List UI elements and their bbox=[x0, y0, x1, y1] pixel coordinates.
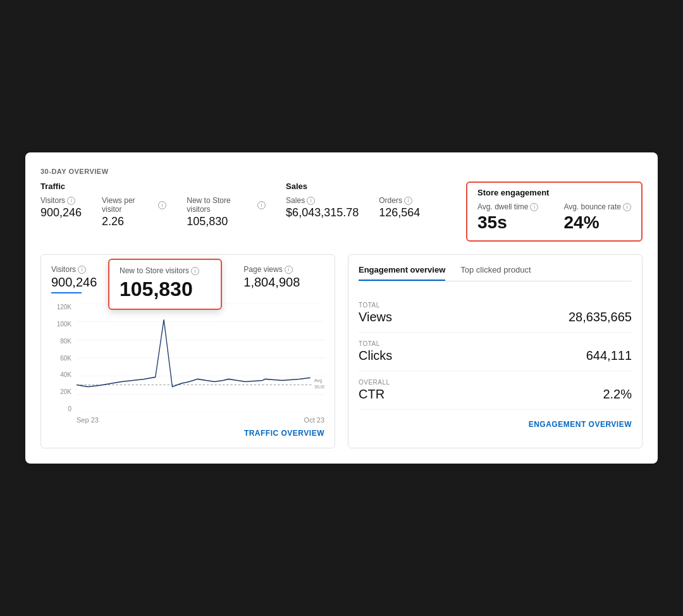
visitors-label: Visitors i bbox=[40, 196, 82, 205]
sales-group: Sales Sales i $6,043,315.78 Orders i bbox=[286, 182, 466, 219]
overview-label: 30-DAY OVERVIEW bbox=[40, 168, 643, 175]
sales-info-icon[interactable]: i bbox=[307, 197, 315, 205]
store-engagement-title: Store engagement bbox=[477, 188, 631, 197]
panel-pageviews-label: Page views i bbox=[243, 265, 300, 274]
chart-area: 0 20K 40K 60K 80K 100K 120K bbox=[51, 304, 324, 424]
orders-value: 126,564 bbox=[379, 206, 420, 219]
traffic-group: Traffic Visitors i 900,246 Views per vis… bbox=[40, 182, 266, 228]
tab-engagement-overview[interactable]: Engagement overview bbox=[359, 265, 445, 281]
sales-metric: Sales i $6,043,315.78 bbox=[286, 196, 359, 219]
orders-metric: Orders i 126,564 bbox=[379, 196, 420, 219]
views-main-label: Views bbox=[359, 310, 392, 324]
bottom-section: Visitors i 900,246 New to Store visitors… bbox=[40, 254, 643, 448]
tab-top-clicked-product[interactable]: Top clicked product bbox=[460, 265, 531, 281]
avg-dwell-time-value: 35s bbox=[477, 213, 538, 233]
visitors-underline bbox=[51, 292, 82, 293]
views-engagement-row: TOTAL Views 28,635,665 bbox=[359, 294, 632, 333]
orders-label: Orders i bbox=[379, 196, 420, 205]
ctr-engagement-label: OVERALL CTR bbox=[359, 379, 390, 402]
views-per-visitor-info-icon[interactable]: i bbox=[158, 201, 166, 209]
ctr-engagement-row: OVERALL CTR 2.2% bbox=[359, 371, 632, 410]
svg-text:30,008.2: 30,008.2 bbox=[314, 383, 324, 390]
popup-value: 105,830 bbox=[120, 278, 211, 301]
overview-metrics: Traffic Visitors i 900,246 Views per vis… bbox=[40, 182, 643, 242]
engagement-tab-row: Engagement overview Top clicked product bbox=[359, 265, 632, 281]
traffic-metrics-row: Visitors i 900,246 Views per visitor i 2… bbox=[40, 196, 266, 228]
avg-bounce-rate-label: Avg. bounce rate i bbox=[563, 202, 631, 211]
engagement-overview-link[interactable]: ENGAGEMENT OVERVIEW bbox=[359, 420, 632, 429]
ctr-sublabel: OVERALL bbox=[359, 379, 390, 386]
orders-info-icon[interactable]: i bbox=[404, 197, 412, 205]
panel-visitors-label: Visitors i bbox=[51, 265, 97, 274]
views-per-visitor-value: 2.26 bbox=[102, 215, 166, 228]
clicks-engagement-value: 644,111 bbox=[586, 348, 632, 363]
dashboard-card: 30-DAY OVERVIEW Traffic Visitors i 900,2… bbox=[25, 152, 658, 464]
overview-section: 30-DAY OVERVIEW Traffic Visitors i 900,2… bbox=[40, 168, 643, 242]
panel-pageviews-metric: Page views i 1,804,908 bbox=[243, 265, 300, 293]
engagement-panel: Engagement overview Top clicked product … bbox=[348, 254, 643, 448]
avg-bounce-rate-metric: Avg. bounce rate i 24% bbox=[563, 202, 631, 233]
clicks-engagement-label: TOTAL Clicks bbox=[359, 340, 392, 363]
avg-bounce-rate-info-icon[interactable]: i bbox=[623, 203, 631, 211]
popup-label: New to Store visitors i bbox=[120, 266, 211, 275]
views-per-visitor-metric: Views per visitor i 2.26 bbox=[102, 196, 166, 228]
traffic-top-metrics: Visitors i 900,246 New to Store visitors… bbox=[51, 265, 324, 293]
store-engagement-metrics-row: Avg. dwell time i 35s Avg. bounce rate i… bbox=[477, 202, 631, 233]
avg-dwell-time-info-icon[interactable]: i bbox=[530, 203, 538, 211]
views-sublabel: TOTAL bbox=[359, 302, 392, 309]
views-engagement-label: TOTAL Views bbox=[359, 302, 392, 324]
store-engagement-group: Store engagement Avg. dwell time i 35s A… bbox=[466, 182, 643, 242]
sales-title: Sales bbox=[286, 182, 466, 191]
panel-visitors-info-icon[interactable]: i bbox=[78, 266, 86, 274]
new-to-store-metric: New to Store visitors i 105,830 bbox=[187, 196, 266, 228]
y-axis: 0 20K 40K 60K 80K 100K 120K bbox=[51, 304, 74, 412]
ctr-main-label: CTR bbox=[359, 387, 390, 402]
sales-metrics-row: Sales i $6,043,315.78 Orders i 126,564 bbox=[286, 196, 466, 219]
traffic-panel: Visitors i 900,246 New to Store visitors… bbox=[40, 254, 335, 448]
panel-visitors-value: 900,246 bbox=[51, 275, 97, 290]
clicks-main-label: Clicks bbox=[359, 348, 392, 363]
panel-pageviews-info-icon[interactable]: i bbox=[285, 266, 293, 274]
traffic-title: Traffic bbox=[40, 182, 266, 191]
popup-info-icon[interactable]: i bbox=[191, 267, 199, 275]
avg-dwell-time-metric: Avg. dwell time i 35s bbox=[477, 202, 538, 233]
new-to-store-popup: New to Store visitors i 105,830 bbox=[108, 259, 222, 310]
sales-label: Sales i bbox=[286, 196, 359, 205]
avg-dwell-time-label: Avg. dwell time i bbox=[477, 202, 538, 211]
traffic-chart-svg: Avg 30,008.2 bbox=[77, 304, 324, 412]
new-to-store-label: New to Store visitors i bbox=[187, 196, 266, 214]
sales-value: $6,043,315.78 bbox=[286, 206, 359, 219]
new-to-store-info-icon[interactable]: i bbox=[257, 201, 266, 209]
traffic-overview-link[interactable]: TRAFFIC OVERVIEW bbox=[51, 429, 324, 438]
clicks-sublabel: TOTAL bbox=[359, 340, 392, 347]
views-per-visitor-label: Views per visitor i bbox=[102, 196, 166, 214]
views-engagement-value: 28,635,665 bbox=[569, 310, 632, 324]
panel-visitors-metric: Visitors i 900,246 bbox=[51, 265, 97, 293]
x-axis: Sep 23 Oct 23 bbox=[77, 416, 324, 424]
visitors-value: 900,246 bbox=[40, 206, 82, 219]
visitors-metric: Visitors i 900,246 bbox=[40, 196, 82, 228]
clicks-engagement-row: TOTAL Clicks 644,111 bbox=[359, 333, 632, 371]
avg-bounce-rate-value: 24% bbox=[563, 213, 631, 233]
ctr-engagement-value: 2.2% bbox=[603, 387, 632, 402]
panel-pageviews-value: 1,804,908 bbox=[243, 275, 300, 290]
visitors-info-icon[interactable]: i bbox=[67, 197, 75, 205]
new-to-store-value: 105,830 bbox=[187, 215, 266, 228]
